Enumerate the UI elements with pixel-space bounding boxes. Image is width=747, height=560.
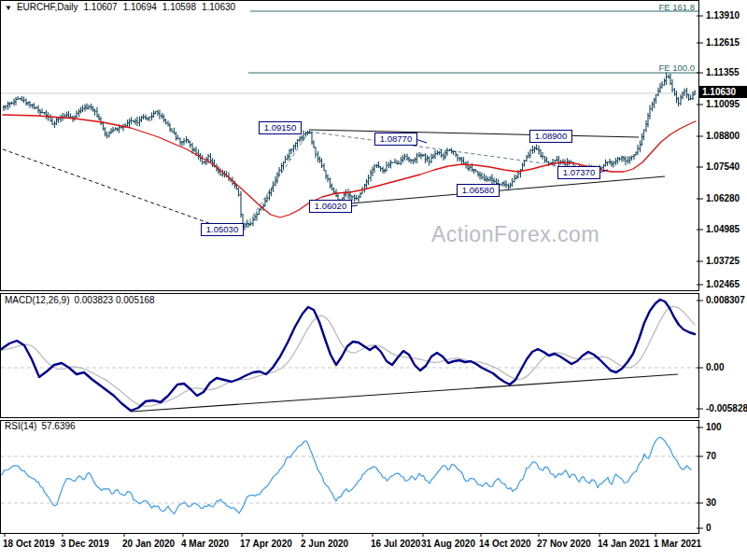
macd-axis-label: 0.00 (706, 362, 724, 372)
symbol-header: ▼EURCHF,Daily1.106071.106941.105981.1063… (5, 2, 235, 12)
ohlc-open: 1.10607 (83, 2, 117, 12)
date-label: 20 Jan 2020 (122, 539, 175, 549)
price-axis-label: 1.03725 (706, 256, 740, 266)
date-label: 1 Mar 2021 (654, 539, 701, 549)
rsi-value: 57.6396 (41, 421, 75, 431)
symbol-dropdown-icon[interactable]: ▼ (5, 4, 12, 12)
rsi-axis-label: 100 (706, 422, 722, 432)
ohlc-low: 1.10598 (162, 2, 196, 12)
date-label: 17 Apr 2020 (240, 539, 292, 549)
fibonacci-expansion-label: FE 100.0 (658, 63, 695, 73)
macd-values: 0.003823 0.005168 (74, 295, 154, 305)
rsi-header: RSI(14)57.6396 (5, 421, 76, 431)
rsi-panel-border (1, 421, 699, 534)
rsi-axis-label: 30 (706, 497, 716, 508)
date-label: 2 Jun 2020 (301, 539, 348, 549)
chart-window: ▼EURCHF,Daily1.106071.106941.105981.1063… (0, 0, 747, 560)
trendline (309, 130, 639, 137)
macd-header: MACD(12,26,9)0.003823 0.005168 (5, 295, 155, 305)
price-annotation[interactable]: 1.08770 (374, 133, 417, 146)
ohlc-close: 1.10630 (202, 2, 235, 12)
price-axis-label: 1.12615 (706, 37, 740, 48)
price-axis-label: 1.08800 (706, 131, 740, 141)
price-axis-label: 1.04985 (706, 224, 740, 234)
macd-axis-label: 0.008307 (706, 295, 745, 305)
price-annotation[interactable]: 1.05030 (201, 223, 244, 236)
date-label: 18 Oct 2019 (3, 539, 55, 549)
macd-main-line (0, 300, 695, 411)
chart-canvas[interactable] (0, 0, 747, 560)
date-label: 14 Jan 2021 (598, 539, 650, 549)
date-label: 3 Dec 2019 (61, 539, 109, 549)
date-label: 31 Aug 2020 (421, 539, 475, 549)
fibonacci-expansion-label: FE 161.8 (658, 2, 695, 12)
date-label: 27 Nov 2020 (537, 539, 591, 549)
date-label: 4 Mar 2020 (181, 539, 229, 549)
price-annotation[interactable]: 1.09150 (259, 121, 302, 134)
trendline (309, 132, 543, 163)
macd-indicator-name: MACD(12,26,9) (5, 295, 69, 305)
price-annotation[interactable]: 1.08900 (529, 130, 572, 143)
price-axis-label: 1.10095 (706, 99, 740, 109)
symbol-name: EURCHF,Daily (17, 2, 78, 12)
price-axis-label: 1.06280 (706, 193, 740, 203)
price-annotation[interactable]: 1.06580 (457, 184, 500, 197)
price-annotation[interactable]: 1.06020 (309, 200, 352, 213)
rsi-line (0, 437, 691, 513)
price-axis-label: 1.13910 (706, 10, 740, 21)
rsi-axis-label: 70 (706, 451, 716, 461)
watermark: ActionForex.com (431, 222, 599, 247)
price-axis-label: 1.07540 (706, 161, 740, 172)
ohlc-high: 1.10694 (123, 2, 157, 12)
rsi-indicator-name: RSI(14) (5, 421, 36, 431)
date-label: 14 Oct 2020 (479, 539, 531, 549)
price-axis-label: 1.11355 (706, 67, 740, 77)
macd-signal-line (0, 306, 695, 406)
current-price-badge: 1.10630 (699, 86, 747, 98)
macd-axis-label: -0.005828 (706, 403, 747, 413)
rsi-axis-label: 0 (706, 523, 712, 533)
price-annotation[interactable]: 1.07370 (557, 166, 600, 179)
date-label: 16 Jul 2020 (371, 539, 420, 549)
price-axis-label: 1.02465 (706, 279, 740, 289)
